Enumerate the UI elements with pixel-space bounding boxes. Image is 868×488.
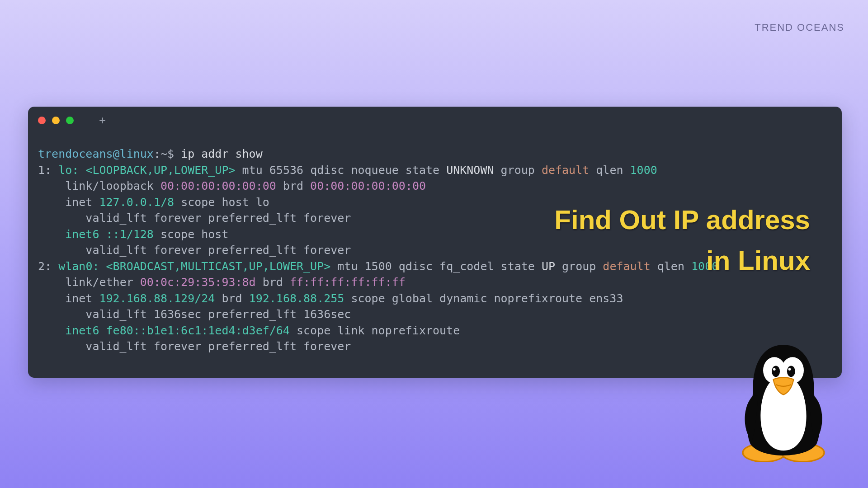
prompt-path: :~$	[154, 147, 181, 160]
if0-qlen: 1000	[630, 164, 657, 177]
if1-inet: 192.168.88.129/24	[99, 292, 215, 305]
headline-line2: in Linux	[706, 245, 810, 276]
if1-flags: <BROADCAST,MULTICAST,UP,LOWER_UP>	[106, 260, 331, 273]
headline: Find Out IP address in Linux	[554, 200, 810, 281]
if1-mtu: 1500	[365, 260, 392, 273]
svg-point-5	[787, 366, 795, 377]
if0-idx: 1:	[38, 164, 52, 177]
if0-name: lo:	[58, 164, 79, 177]
maximize-icon[interactable]	[66, 117, 74, 124]
if1-state: UP	[542, 260, 555, 273]
brand-label: TREND OCEANS	[755, 22, 844, 33]
svg-point-7	[788, 368, 791, 371]
minimize-icon[interactable]	[52, 117, 60, 124]
close-icon[interactable]	[38, 117, 46, 124]
if0-inet6-lft: valid_lft forever preferred_lft forever	[85, 244, 351, 257]
svg-point-4	[772, 366, 780, 377]
if1-inet6: fe80::b1e1:6c1:1ed4:d3ef/64	[106, 324, 290, 337]
if0-inet-scope: scope host lo	[181, 196, 269, 209]
if1-inet6-lft: valid_lft forever preferred_lft forever	[85, 340, 351, 353]
prompt-user: trendoceans@linux	[38, 147, 154, 160]
headline-line1: Find Out IP address	[554, 205, 810, 235]
plus-icon[interactable]: +	[99, 117, 106, 124]
if0-inet6: ::1/128	[106, 228, 154, 241]
if1-mac: 00:0c:29:35:93:8d	[140, 276, 256, 289]
if1-idx: 2:	[38, 260, 52, 273]
if0-group: default	[542, 164, 589, 177]
if0-flags: <LOOPBACK,UP,LOWER_UP>	[85, 164, 235, 177]
svg-point-6	[773, 368, 776, 371]
if0-inet6-scope: scope host	[160, 228, 229, 241]
if0-linktype: link/loopback	[65, 179, 154, 192]
if0-mtu: 65536	[269, 164, 303, 177]
if0-brd: 00:00:00:00:00:00	[310, 179, 426, 192]
if1-linktype: link/ether	[65, 276, 133, 289]
tux-penguin-icon	[731, 340, 835, 462]
if0-state: UNKNOWN	[446, 164, 494, 177]
if1-inet6-scope: scope link noprefixroute	[297, 324, 460, 337]
if0-qdisc: noqueue	[351, 164, 398, 177]
if1-inet-scope: scope global dynamic noprefixroute ens33	[351, 292, 623, 305]
prompt-command: ip addr show	[181, 147, 263, 160]
if1-name: wlan0:	[58, 260, 99, 273]
if0-inet-lft: valid_lft forever preferred_lft forever	[85, 211, 351, 225]
if1-brd: ff:ff:ff:ff:ff:ff	[290, 276, 406, 289]
if1-inet-lft: valid_lft 1636sec preferred_lft 1636sec	[85, 308, 351, 321]
terminal-titlebar: +	[36, 115, 834, 133]
if0-inet: 127.0.0.1/8	[99, 196, 174, 209]
if1-inet-brd: 192.168.88.255	[249, 292, 344, 305]
if0-mac: 00:00:00:00:00:00	[160, 179, 276, 192]
if1-qdisc: fq_codel	[439, 260, 494, 273]
